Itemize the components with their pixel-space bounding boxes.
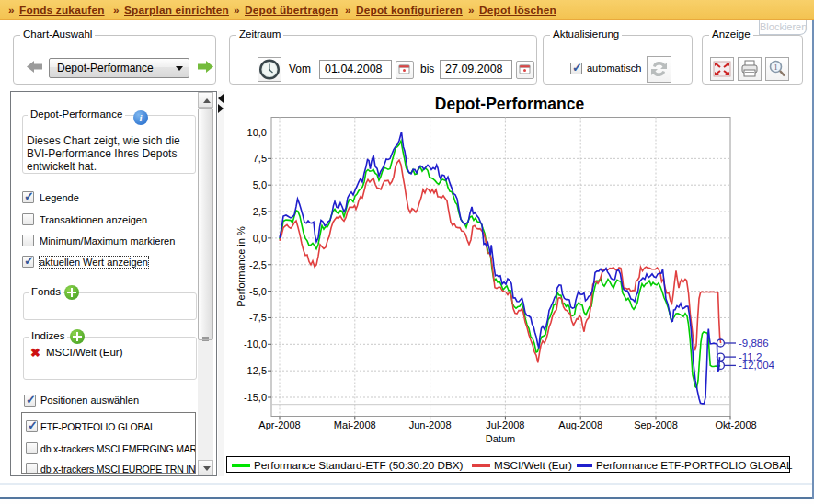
svg-text:Aug-2008: Aug-2008 <box>558 419 602 430</box>
svg-text:10,0: 10,0 <box>247 127 267 138</box>
svg-text:-5,0: -5,0 <box>249 286 267 297</box>
svg-text:Okt-2008: Okt-2008 <box>715 419 756 430</box>
svg-text:Mai-2008: Mai-2008 <box>334 419 376 430</box>
svg-text:-10,0: -10,0 <box>244 338 267 349</box>
svg-text:Jul-2008: Jul-2008 <box>486 419 524 430</box>
svg-text:-7,5: -7,5 <box>249 312 267 323</box>
svg-text:5,0: 5,0 <box>253 179 267 190</box>
svg-text:-9,886: -9,886 <box>739 338 769 349</box>
svg-text:-12,004: -12,004 <box>739 360 775 371</box>
svg-text:2,5: 2,5 <box>253 206 267 217</box>
svg-text:7,5: 7,5 <box>253 153 267 164</box>
svg-text:Performance in %: Performance in % <box>235 226 246 307</box>
svg-text:Depot-Performance: Depot-Performance <box>435 95 585 113</box>
svg-text:-2,5: -2,5 <box>249 259 267 270</box>
svg-text:-12,5: -12,5 <box>244 365 267 376</box>
svg-text:Apr-2008: Apr-2008 <box>258 419 300 430</box>
svg-text:0,0: 0,0 <box>253 233 267 244</box>
svg-text:Jun-2008: Jun-2008 <box>409 419 452 430</box>
svg-text:Sep-2008: Sep-2008 <box>634 419 678 430</box>
svg-text:Datum: Datum <box>486 433 515 444</box>
svg-text:-15,0: -15,0 <box>244 392 267 403</box>
